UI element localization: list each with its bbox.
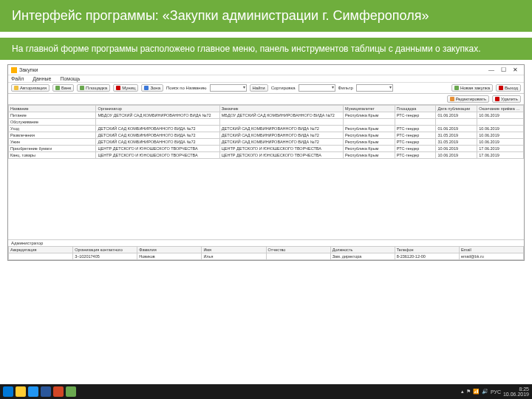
- purchases-table[interactable]: НазваниеОрганизаторЗаказчикМуниципалитет…: [8, 105, 524, 159]
- column-header[interactable]: Название: [9, 106, 96, 112]
- x-icon: [495, 97, 499, 101]
- table-row[interactable]: Обслуживание: [9, 119, 524, 126]
- close-button[interactable]: ✕: [509, 66, 521, 73]
- admin-section-label: Администратор: [8, 239, 524, 246]
- column-header[interactable]: Телефон: [395, 247, 459, 253]
- flag-icon: [116, 86, 120, 90]
- toolbar-row-2: Редактировать Удалить: [8, 94, 524, 105]
- tray-lang[interactable]: РУС: [491, 389, 501, 395]
- system-tray[interactable]: ▴ ⚑ 📶 🔊 РУС 8:25 10.06.2019: [461, 386, 529, 397]
- start-button[interactable]: [3, 386, 13, 397]
- filter-select[interactable]: [356, 84, 393, 92]
- column-header[interactable]: Имя: [202, 247, 266, 253]
- column-header[interactable]: Email: [459, 247, 523, 253]
- edit-button[interactable]: Редактировать: [447, 95, 489, 103]
- menu-help[interactable]: Помощь: [60, 76, 80, 81]
- table-row[interactable]: УходДЕТСКИЙ САД КОМБИНИРОВАННОГО ВИДА №7…: [9, 126, 524, 132]
- exit-icon: [499, 86, 503, 90]
- new-button[interactable]: Новая закупка: [451, 84, 493, 92]
- app-task-icon[interactable]: [66, 386, 76, 397]
- minimize-button[interactable]: —: [485, 66, 497, 73]
- column-header[interactable]: Фамилия: [137, 247, 202, 253]
- sort-label: Сортировка: [271, 86, 296, 90]
- menu-file[interactable]: Файл: [11, 76, 24, 81]
- menubar: Файл Данные Помощь: [8, 75, 524, 83]
- bank-button[interactable]: Банк: [52, 84, 74, 92]
- table-row[interactable]: УжинДЕТСКИЙ САД КОМБИНИРОВАННОГО ВИДА №7…: [9, 139, 524, 146]
- slide-title: Интерфейс программы: «Закупки администра…: [0, 0, 532, 32]
- column-header[interactable]: Площадка: [395, 106, 436, 112]
- table-row[interactable]: ПитаниеМБДОУ ДЕТСКИЙ САД КОМБИНИРОВАННОГ…: [9, 112, 524, 119]
- column-header[interactable]: Организатор: [96, 106, 219, 112]
- column-header[interactable]: Муниципалитет: [344, 106, 395, 112]
- search-button[interactable]: Найти: [250, 84, 268, 92]
- search-label: Поиск по Названию: [166, 86, 207, 90]
- muni-button[interactable]: Муниц: [113, 84, 138, 92]
- browser-icon[interactable]: [28, 386, 38, 397]
- platform-button[interactable]: Площадка: [77, 84, 110, 92]
- column-header[interactable]: Окончание приёма заявок: [477, 106, 524, 112]
- app-window: Закупки — ☐ ✕ Файл Данные Помощь Авториз…: [7, 64, 525, 261]
- table-row[interactable]: Канц. товарыЦЕНТР ДЕТСКОГО И ЮНОШЕСКОГО …: [9, 152, 524, 159]
- column-header[interactable]: Организация контактного: [73, 247, 137, 253]
- sort-select[interactable]: [299, 84, 335, 92]
- platform-icon: [80, 86, 84, 90]
- word-icon[interactable]: [41, 386, 51, 397]
- slide-subtitle: На главной форме программы расположено г…: [0, 38, 532, 60]
- tray-time: 8:25: [503, 386, 529, 392]
- admin-table[interactable]: АккредитацияОрганизация контактногоФамил…: [8, 246, 524, 260]
- titlebar: Закупки — ☐ ✕: [8, 65, 524, 75]
- table-row[interactable]: Приобретение бумагиЦЕНТР ДЕТСКОГО И ЮНОШ…: [9, 146, 524, 152]
- admin-grid[interactable]: АккредитацияОрганизация контактногоФамил…: [8, 246, 524, 260]
- zone-button[interactable]: Зона: [141, 84, 163, 92]
- powerpoint-icon[interactable]: [53, 386, 64, 397]
- main-grid[interactable]: НазваниеОрганизаторЗаказчикМуниципалитет…: [8, 105, 524, 239]
- table-row[interactable]: 3–102017405НовиковИльяЗам. директора8-23…: [9, 253, 524, 260]
- bank-icon: [55, 86, 60, 90]
- plus-icon: [454, 86, 459, 90]
- search-input[interactable]: [210, 84, 247, 92]
- menu-data[interactable]: Данные: [33, 76, 51, 81]
- explorer-icon[interactable]: [16, 386, 26, 397]
- delete-button[interactable]: Удалить: [492, 95, 521, 103]
- column-header[interactable]: Должность: [330, 247, 395, 253]
- tray-date: 10.06.2019: [503, 392, 529, 397]
- filter-label: Фильтр: [338, 86, 353, 90]
- globe-icon: [144, 86, 149, 90]
- column-header[interactable]: Дата публикации: [436, 106, 477, 112]
- tray-sound-icon[interactable]: 🔊: [482, 389, 488, 395]
- column-header[interactable]: Аккредитация: [9, 247, 73, 253]
- tray-chevron-icon[interactable]: ▴: [461, 389, 464, 395]
- exit-button[interactable]: Выход: [496, 84, 521, 92]
- window-title: Закупки: [19, 67, 38, 72]
- table-row[interactable]: РазвлеченияДЕТСКИЙ САД КОМБИНИРОВАННОГО …: [9, 132, 524, 139]
- toolbar-row-1: Авторизация Банк Площадка Муниц Зона Пои…: [8, 83, 524, 94]
- key-icon: [14, 86, 18, 90]
- column-header[interactable]: Отчество: [266, 247, 330, 253]
- auth-button[interactable]: Авторизация: [11, 84, 50, 92]
- taskbar[interactable]: ▴ ⚑ 📶 🔊 РУС 8:25 10.06.2019: [0, 384, 532, 399]
- app-icon: [11, 67, 17, 73]
- column-header[interactable]: Заказчик: [219, 106, 343, 112]
- tray-flag-icon[interactable]: ⚑: [466, 389, 471, 395]
- tray-network-icon[interactable]: 📶: [473, 389, 480, 395]
- pencil-icon: [450, 97, 454, 101]
- maximize-button[interactable]: ☐: [497, 66, 509, 73]
